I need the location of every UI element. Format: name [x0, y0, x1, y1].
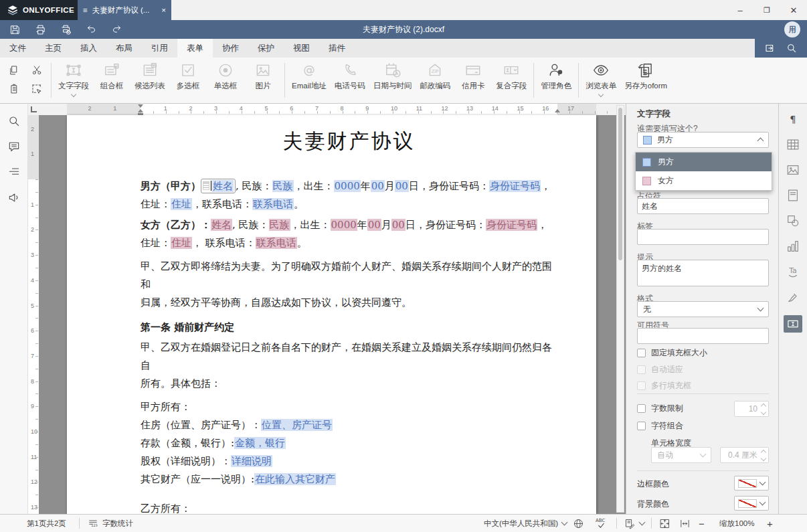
- border-color-picker[interactable]: [734, 476, 769, 491]
- image-settings-icon[interactable]: [786, 163, 800, 177]
- form-field[interactable]: 姓名: [212, 180, 234, 192]
- tip-textarea[interactable]: [637, 260, 769, 286]
- tab-close-icon[interactable]: ×: [161, 6, 166, 14]
- form-field[interactable]: 详细说明: [231, 455, 272, 467]
- background-color-picker[interactable]: [734, 496, 769, 511]
- tab-layout[interactable]: 布局: [106, 39, 142, 58]
- quick-print-icon[interactable]: [60, 24, 72, 35]
- document-page[interactable]: 夫妻财产协议男方（甲方）姓名, 民族：民族，出生：0000年00月00日，身份证…: [67, 115, 596, 514]
- tab-home[interactable]: 主页: [35, 39, 71, 58]
- complex-field-button[interactable]: 复合字段: [492, 58, 531, 91]
- paste-button[interactable]: [7, 82, 21, 96]
- comments-icon[interactable]: [7, 140, 21, 153]
- fit-page-button[interactable]: [659, 515, 670, 532]
- form-field[interactable]: 身份证号码: [486, 219, 537, 231]
- email-field-button[interactable]: @ Email地址: [288, 58, 331, 91]
- word-count-button[interactable]: 123 字数统计: [88, 515, 133, 532]
- form-field[interactable]: 金额，银行: [234, 437, 286, 449]
- comb-of-characters-checkbox[interactable]: 字符组合: [637, 420, 683, 432]
- feedback-support-icon[interactable]: [7, 191, 21, 204]
- tab-forms[interactable]: 表单: [177, 39, 213, 58]
- h-ruler[interactable]: 211234567891011121314151617: [39, 104, 626, 115]
- tab-file[interactable]: 文件: [0, 39, 35, 58]
- form-field[interactable]: 0000: [334, 180, 361, 192]
- view-form-button[interactable]: 浏览表单: [581, 58, 620, 96]
- signature-settings-icon[interactable]: [786, 290, 800, 304]
- credit-card-field-button[interactable]: 信用卡: [454, 58, 492, 91]
- form-field[interactable]: 00: [371, 180, 385, 192]
- tab-view[interactable]: 视图: [284, 39, 319, 58]
- window-minimize-button[interactable]: –: [727, 0, 753, 20]
- combo-box-button[interactable]: 组合框: [93, 58, 130, 91]
- track-changes-button[interactable]: [624, 515, 644, 532]
- char-limit-checkbox[interactable]: 字数限制: [637, 403, 683, 414]
- scrollbar-thumb[interactable]: [618, 108, 622, 260]
- save-icon[interactable]: [9, 24, 21, 35]
- tab-insert[interactable]: 插入: [71, 39, 106, 58]
- table-settings-icon[interactable]: [786, 137, 800, 152]
- search-icon[interactable]: [7, 114, 21, 128]
- form-field[interactable]: 00: [395, 180, 409, 192]
- format-select[interactable]: 无: [637, 301, 769, 317]
- zoom-in-button[interactable]: +: [767, 515, 773, 532]
- text-field-button[interactable]: 文字字段: [54, 58, 93, 96]
- tag-input[interactable]: [637, 229, 769, 245]
- role-option-male[interactable]: 男方: [636, 153, 772, 171]
- navigation-headings-icon[interactable]: [7, 165, 21, 179]
- fixed-size-checkbox[interactable]: 固定填充框大小: [637, 347, 707, 359]
- window-close-button[interactable]: ✕: [780, 0, 807, 20]
- shape-settings-icon[interactable]: [786, 213, 800, 228]
- spellcheck-button[interactable]: ABC: [594, 515, 608, 532]
- tab-plugins[interactable]: 插件: [319, 39, 355, 58]
- cut-button[interactable]: [29, 63, 44, 78]
- v-ruler[interactable]: 2112345678910111213: [28, 115, 39, 514]
- checkbox-icon[interactable]: [637, 404, 646, 413]
- search-icon[interactable]: [786, 42, 798, 54]
- form-field[interactable]: 联系电话: [252, 198, 294, 210]
- select-all-button[interactable]: [29, 82, 44, 96]
- form-field[interactable]: 联系电话: [256, 237, 297, 249]
- form-field[interactable]: 民族: [269, 219, 290, 231]
- undo-icon[interactable]: [86, 24, 97, 35]
- header-footer-settings-icon[interactable]: [786, 188, 800, 203]
- allowed-symbols-input[interactable]: [637, 328, 769, 344]
- dropdown-list-button[interactable]: 候选列表: [130, 58, 169, 91]
- paragraph-settings-icon[interactable]: ¶: [786, 112, 800, 126]
- copy-button[interactable]: [7, 63, 21, 78]
- form-field[interactable]: 0000: [331, 219, 357, 231]
- zoom-out-button[interactable]: −: [699, 515, 705, 532]
- print-icon[interactable]: [35, 24, 46, 35]
- datetime-field-button[interactable]: 日期与时间: [369, 58, 416, 91]
- zoom-level[interactable]: 缩放100%: [719, 515, 754, 532]
- save-as-oform-button[interactable]: 另存为oform: [620, 58, 671, 91]
- form-field[interactable]: 身份证号码: [489, 180, 541, 192]
- manage-roles-button[interactable]: 管理角色: [537, 58, 575, 91]
- form-field[interactable]: 民族: [272, 180, 294, 192]
- tab-references[interactable]: 引用: [142, 39, 177, 58]
- redo-icon[interactable]: [111, 24, 122, 35]
- zip-code-field-button[interactable]: ZIP 邮政编码: [416, 58, 454, 91]
- form-field[interactable]: 00: [391, 219, 406, 231]
- role-option-female[interactable]: 女方: [636, 171, 772, 190]
- form-field[interactable]: 位置、房产证号: [261, 419, 333, 431]
- tab-protection[interactable]: 保护: [248, 39, 284, 58]
- phone-field-button[interactable]: 电话号码: [331, 58, 369, 91]
- window-maximize-button[interactable]: ❐: [753, 0, 780, 20]
- image-field-button[interactable]: 图片: [244, 58, 282, 91]
- chart-settings-icon[interactable]: [786, 239, 800, 254]
- tab-stop-selector[interactable]: [28, 104, 39, 115]
- document-language-button[interactable]: [573, 515, 584, 532]
- page-indicator[interactable]: 第1页共2页: [27, 515, 66, 532]
- field-drag-handle-icon[interactable]: [203, 181, 209, 190]
- open-file-location-icon[interactable]: [764, 42, 776, 54]
- user-avatar[interactable]: 用: [784, 21, 800, 37]
- form-settings-active-tab[interactable]: [784, 315, 802, 333]
- active-form-field[interactable]: 姓名: [201, 179, 236, 193]
- form-field[interactable]: 00: [367, 219, 381, 231]
- form-field[interactable]: 住址: [171, 237, 192, 249]
- first-line-indent-marker[interactable]: [138, 104, 143, 108]
- tab-menu-icon[interactable]: ≡: [83, 6, 88, 14]
- form-field[interactable]: 姓名: [211, 219, 232, 231]
- right-indent-marker[interactable]: [555, 109, 560, 112]
- placeholder-input[interactable]: [637, 198, 769, 214]
